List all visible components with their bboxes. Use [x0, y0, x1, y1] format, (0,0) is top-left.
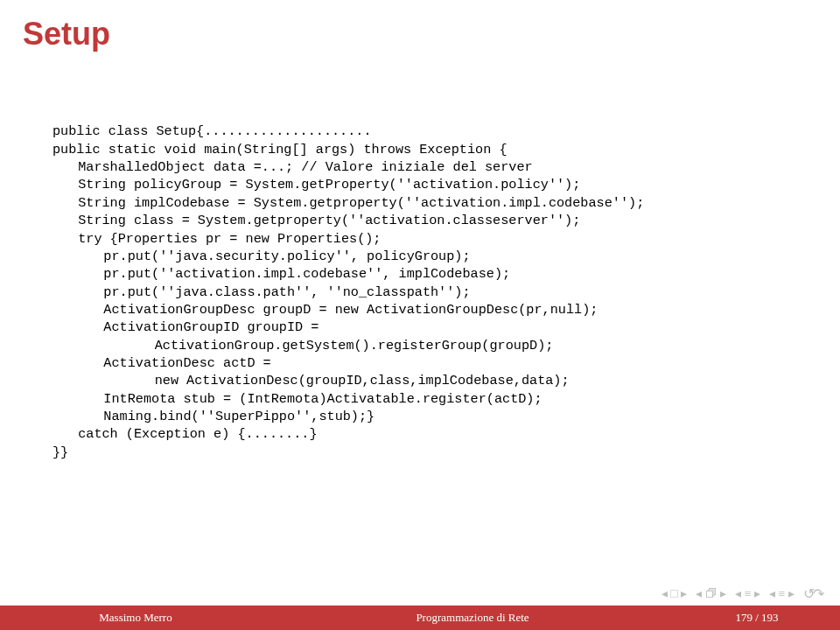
code-line: pr.put(''java.security.policy'', policyG…	[52, 248, 471, 264]
footer-title: Programmazione di Rete	[271, 611, 674, 625]
nav-next-icon[interactable]: ◂ ≡ ▸	[769, 586, 794, 601]
nav-prev-icon[interactable]: ◂ ≡ ▸	[735, 586, 760, 601]
footer-bar: Massimo Merro Programmazione di Rete 179…	[0, 606, 840, 630]
code-line: IntRemota stub = (IntRemota)Activatable.…	[52, 391, 542, 407]
nav-controls: ◂ □ ▸ ◂ 🗇 ▸ ◂ ≡ ▸ ◂ ≡ ▸ ↺↷	[662, 585, 822, 602]
nav-prevsection-icon[interactable]: ◂ 🗇 ▸	[696, 586, 726, 601]
code-line: ActivationGroupID groupID =	[52, 319, 318, 335]
code-line: catch (Exception e) {........}	[52, 426, 318, 442]
footer-page: 179 / 193	[674, 611, 840, 625]
code-block: public class Setup{.....................…	[0, 52, 840, 606]
code-line: MarshalledObject data =...; // Valore in…	[52, 159, 533, 175]
code-line: Naming.bind(''SuperPippo'',stub);}	[52, 409, 374, 424]
code-line: String policyGroup = System.getProperty(…	[52, 177, 580, 192]
slide-title: Setup	[0, 0, 840, 52]
code-line: pr.put(''java.class.path'', ''no_classpa…	[52, 284, 471, 300]
code-line: String implCodebase = System.getproperty…	[52, 195, 644, 211]
nav-loop-icon[interactable]: ↺↷	[803, 585, 822, 602]
code-line: try {Properties pr = new Properties();	[52, 231, 382, 247]
code-line: public static void main(String[] args) t…	[52, 142, 508, 158]
code-line: pr.put(''activation.impl.codebase'', imp…	[52, 266, 510, 282]
code-line: ActivationGroup.getSystem().registerGrou…	[52, 338, 553, 354]
code-line: ActivationGroupDesc groupD = new Activat…	[52, 302, 598, 318]
nav-first-icon[interactable]: ◂ □ ▸	[662, 586, 687, 601]
code-line: String class = System.getproperty(''acti…	[52, 213, 580, 228]
code-line: ActivationDesc actD =	[52, 355, 271, 371]
code-line: new ActivationDesc(groupID,class,implCod…	[52, 373, 570, 388]
code-line: }}	[52, 444, 68, 460]
code-line: public class Setup{.....................	[52, 123, 372, 139]
footer-author: Massimo Merro	[0, 611, 271, 625]
